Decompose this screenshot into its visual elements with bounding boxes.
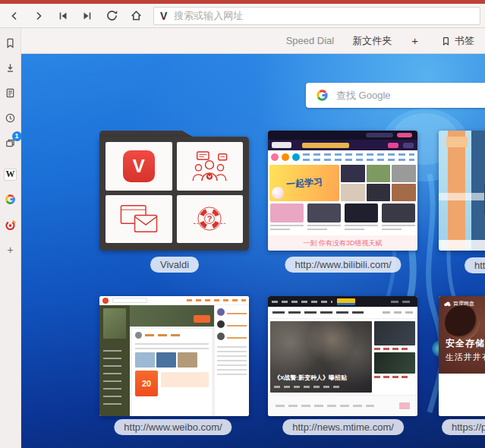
notes-panel-button[interactable] xyxy=(1,83,20,103)
home-button[interactable] xyxy=(126,6,146,26)
speed-dial-weibo[interactable]: 20 xyxy=(99,296,249,416)
google-webpanel-button[interactable] xyxy=(1,189,20,210)
weibo-right-sidebar xyxy=(214,305,249,416)
hero-subline: 生活井井有条 xyxy=(446,352,485,363)
speed-dial-bilibili[interactable]: 一起学习 一刻 你有没有3D错视天赋 xyxy=(268,131,417,251)
weibo-left-sidebar xyxy=(99,305,130,416)
speed-dial-mtime[interactable]: 《X战警:新变种人》曝招贴 xyxy=(268,296,417,416)
video-thumb xyxy=(367,184,391,201)
bilibili-logo xyxy=(272,142,291,148)
vivaldi-community-dial[interactable] xyxy=(177,142,244,191)
feature-subcaption xyxy=(274,386,342,388)
bilibili-video-grid xyxy=(341,165,416,201)
footer-link-text: 一刻 你有没有3D错视天赋 xyxy=(303,238,382,248)
side-caption xyxy=(374,348,409,350)
bookmarks-label: 书签 xyxy=(455,34,474,48)
google-search-box[interactable] xyxy=(306,83,485,108)
bilibili-video-row xyxy=(268,202,417,235)
history-panel-button[interactable] xyxy=(1,108,20,128)
address-input[interactable] xyxy=(174,10,474,21)
mtime-topbar xyxy=(268,296,417,307)
dial-label-mtime: http://news.mtime.com/ xyxy=(282,419,404,435)
weibo-profile-photo xyxy=(103,308,126,339)
search-input[interactable] xyxy=(336,90,485,101)
tab-new-folder[interactable]: 新文件夹 xyxy=(352,34,392,48)
back-button[interactable] xyxy=(5,6,24,26)
coupon-block: 20 xyxy=(135,371,158,396)
speed-dial-vivaldi-folder[interactable]: V xyxy=(99,131,249,251)
post-header xyxy=(135,332,209,339)
forward-icon xyxy=(33,10,45,22)
bilibili-pill-2 xyxy=(403,143,414,148)
video-thumb xyxy=(341,184,365,201)
side-thumb xyxy=(374,352,415,374)
tab-count-badge: 1 xyxy=(12,131,22,141)
video-thumb xyxy=(367,165,391,182)
google-g-icon xyxy=(316,89,329,102)
wikipedia-webpanel-button[interactable]: W xyxy=(1,164,20,185)
bookmark-icon xyxy=(441,36,451,46)
dial-label-weibo: http://www.weibo.com/ xyxy=(114,419,231,435)
coffee-cup-photo xyxy=(445,305,480,340)
add-page-button[interactable]: + xyxy=(411,34,418,47)
bilibili-vip-pill xyxy=(397,133,412,137)
tab-speed-dial[interactable]: Speed Dial xyxy=(286,35,335,46)
weibo-cover-banner xyxy=(130,305,214,327)
bookmarks-panel-button[interactable] xyxy=(1,33,20,53)
feature-caption: 《X战警:新变种人》曝招贴 xyxy=(274,374,347,382)
reload-button[interactable] xyxy=(102,6,121,26)
vivaldi-webmail-dial[interactable] xyxy=(106,195,172,244)
video-card xyxy=(270,203,304,234)
side-thumb xyxy=(374,321,415,345)
community-icon xyxy=(187,150,231,182)
bilibili-main-row: 一起学习 xyxy=(268,164,417,202)
video-card xyxy=(307,203,341,234)
vivaldi-app-dial[interactable]: V xyxy=(106,142,172,191)
mtime-nav-links xyxy=(272,301,332,303)
baidupan-hero: 百度网盘 安全存储 生活井井有条 xyxy=(439,296,485,374)
bilibili-footer: 一刻 你有没有3D错视天赋 xyxy=(268,235,417,251)
coupon-banner xyxy=(161,372,209,387)
dial-label-vivaldi: Vivaldi xyxy=(150,257,199,273)
video-thumb xyxy=(341,165,365,182)
vivaldi-logo-icon: V xyxy=(123,150,155,182)
speed-dial-illustration[interactable] xyxy=(439,131,485,251)
bookmarks-button[interactable]: 书签 xyxy=(441,34,474,48)
question-mark: ? xyxy=(207,214,213,223)
banner-character xyxy=(272,187,284,199)
video-thumb xyxy=(392,165,416,182)
plus-icon: + xyxy=(7,244,13,256)
weibo-feed-column: 20 xyxy=(130,305,214,416)
video-thumb xyxy=(392,184,416,201)
forward-button[interactable] xyxy=(29,6,49,26)
windows-panel-button[interactable]: 1 xyxy=(1,133,20,153)
bilibili-pill-1 xyxy=(388,143,398,148)
cloud-icon xyxy=(443,301,451,307)
downloads-panel-button[interactable] xyxy=(1,58,20,78)
add-webpanel-button[interactable]: + xyxy=(1,239,20,260)
address-bar[interactable]: V xyxy=(153,7,480,25)
mtime-login-links xyxy=(391,301,414,303)
bilibili-topbar xyxy=(268,131,417,140)
dial-label-bilibili: http://www.bilibili.com/ xyxy=(285,257,401,273)
rewind-button[interactable] xyxy=(53,6,73,26)
fast-forward-button[interactable] xyxy=(77,6,97,26)
mtime-main: 《X战警:新变种人》曝招贴 xyxy=(268,319,417,395)
side-caption xyxy=(374,376,409,378)
weibo-logo xyxy=(102,298,109,304)
mtime-subnav xyxy=(268,307,417,319)
vivaldi-help-dial[interactable]: ? xyxy=(177,195,244,244)
suggested-user xyxy=(217,320,247,328)
bookmark-icon xyxy=(5,37,16,49)
speed-dial-page: V xyxy=(21,54,485,448)
pagination-dashes xyxy=(276,405,374,407)
weibo-webpanel-button[interactable] xyxy=(1,214,20,235)
subnav-right xyxy=(383,311,413,314)
illustration-block xyxy=(446,137,468,147)
bilibili-promo-banner: 一起学习 xyxy=(269,165,339,201)
panel-sidebar: 1 W + xyxy=(0,28,21,448)
speed-dial-baidupan[interactable]: 百度网盘 安全存储 生活井井有条 xyxy=(439,296,485,416)
mtime-side-column xyxy=(374,321,415,393)
hero-headline: 安全存储 xyxy=(446,337,485,350)
weibo-eye-icon xyxy=(5,219,17,231)
